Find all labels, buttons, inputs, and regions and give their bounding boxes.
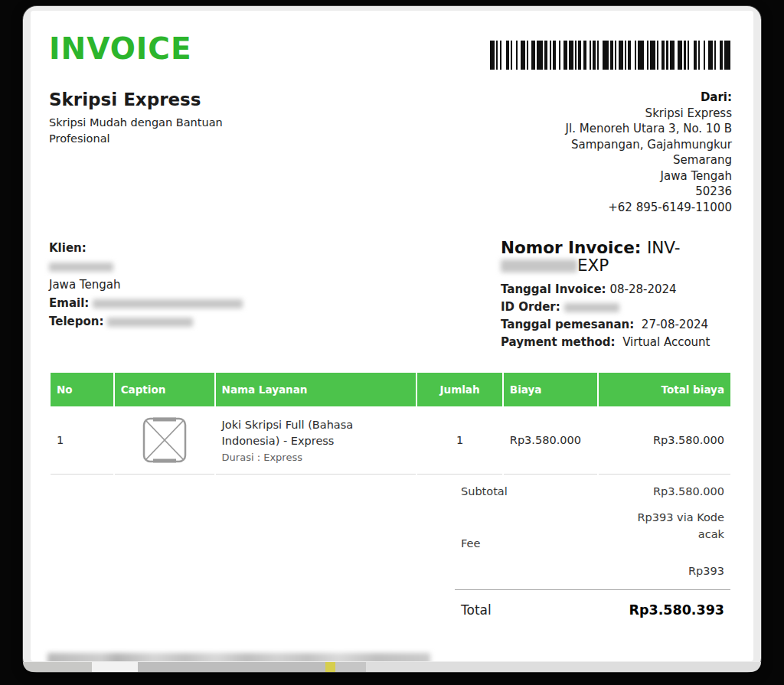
client-label: Klien: — [49, 240, 243, 257]
item-service-cell: Joki Skripsi Full (Bahasa Indonesia) - E… — [216, 406, 416, 475]
barcode-icon — [490, 41, 732, 70]
summary-block: Subtotal Rp3.580.000 Fee Rp393 via Kode … — [455, 475, 730, 618]
table-row: 1 Joki Skripsi Full (Bahasa Indo — [51, 406, 730, 475]
horizontal-scrollbar[interactable] — [23, 662, 761, 672]
item-caption-cell — [115, 406, 214, 475]
total-label: Total — [461, 602, 492, 618]
company-tagline: Skripsi Mudah dengan Bantuan Profesional — [49, 115, 240, 147]
item-no: 1 — [51, 406, 113, 475]
client-block: Klien: Jawa Tengah Email: Telepon: — [49, 240, 243, 351]
from-line: 50236 — [566, 184, 732, 200]
from-line: Skripsi Express — [566, 106, 732, 122]
invoice-number-redacted — [501, 259, 577, 272]
invoice-header: INVOICE — [49, 34, 732, 70]
invoice-page: INVOICE Skripsi Express Skripsi Mudah de… — [31, 11, 753, 661]
item-service-duration: Durasi : Express — [222, 452, 410, 463]
item-qty: 1 — [417, 406, 502, 475]
client-phone-label: Telepon: — [49, 315, 103, 328]
fee-row: Fee Rp393 via Kode acak Rp393 — [455, 505, 730, 589]
client-email-redacted — [93, 299, 243, 308]
col-header-nama-layanan: Nama Layanan — [216, 373, 416, 406]
subtotal-label: Subtotal — [461, 485, 508, 497]
invoice-meta-block: Nomor Invoice: INV- EXP Tanggal Invoice:… — [501, 240, 732, 351]
fee-label: Fee — [461, 537, 480, 550]
invoice-number: Nomor Invoice: INV- EXP — [501, 240, 732, 274]
total-row: Total Rp3.580.393 — [455, 589, 730, 618]
order-date-line: Tanggal pemesanan: 27-08-2024 — [501, 316, 732, 334]
order-id-line: ID Order: — [501, 298, 732, 316]
subtotal-row: Subtotal Rp3.580.000 — [455, 475, 730, 505]
page-title: INVOICE — [49, 34, 192, 65]
item-price: Rp3.580.000 — [504, 406, 597, 475]
table-header-row: No Caption Nama Layanan Jumlah Biaya Tot… — [51, 373, 730, 406]
from-line: Semarang — [566, 152, 732, 168]
document-window: INVOICE Skripsi Express Skripsi Mudah de… — [23, 6, 761, 672]
company-block: Skripsi Express Skripsi Mudah dengan Ban… — [49, 90, 240, 215]
broken-image-icon — [142, 417, 187, 463]
from-label: Dari: — [566, 90, 732, 106]
from-line: +62 895-6149-11000 — [566, 200, 732, 216]
client-email-label: Email: — [49, 296, 89, 310]
col-header-total-biaya: Total biaya — [599, 373, 730, 406]
from-line: Jl. Menoreh Utara 3, No. 10 B — [566, 121, 732, 137]
col-header-caption: Caption — [115, 373, 214, 406]
col-header-jumlah: Jumlah — [417, 373, 502, 406]
footer-text-redacted — [47, 653, 430, 661]
item-total: Rp3.580.000 — [599, 406, 730, 475]
fee-note: Rp393 via Kode acak — [632, 510, 724, 543]
sender-block: Dari: Skripsi Express Jl. Menoreh Utara … — [566, 90, 732, 215]
subtotal-value: Rp3.580.000 — [653, 485, 724, 497]
total-value: Rp3.580.393 — [629, 602, 724, 618]
order-id-redacted — [564, 303, 619, 312]
client-phone-redacted — [107, 318, 193, 327]
company-name: Skripsi Express — [49, 90, 240, 109]
item-service-name: Joki Skripsi Full (Bahasa Indonesia) - E… — [222, 417, 410, 449]
col-header-biaya: Biaya — [504, 373, 597, 406]
fee-value: Rp393 — [632, 565, 724, 577]
invoice-date-line: Tanggal Invoice: 08-28-2024 — [501, 281, 732, 298]
from-line: Sampangan, Gajahmungkur — [566, 137, 732, 153]
client-name-redacted — [49, 263, 113, 272]
items-table: No Caption Nama Layanan Jumlah Biaya Tot… — [49, 373, 732, 475]
col-header-no: No — [51, 373, 113, 406]
from-line: Jawa Tengah — [566, 168, 732, 184]
payment-method-line: Payment method: Virtual Account — [501, 334, 732, 351]
client-region: Jawa Tengah — [49, 276, 243, 294]
